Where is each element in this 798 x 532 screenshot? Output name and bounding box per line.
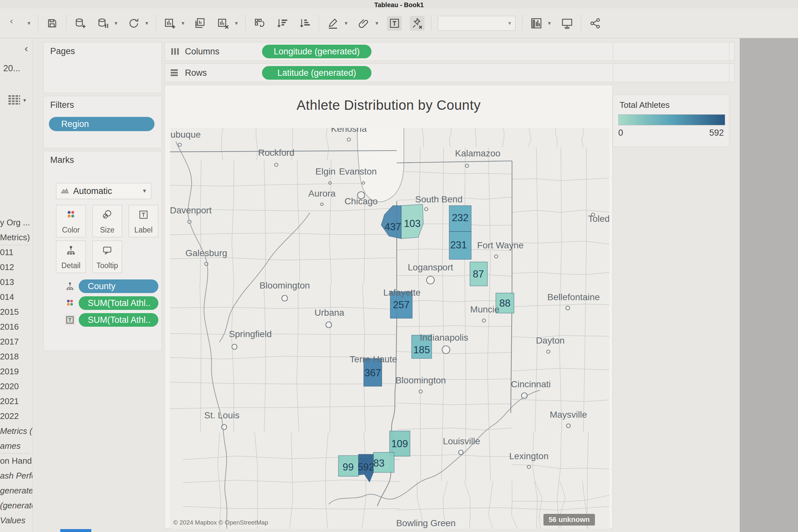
show-mark-labels-button[interactable]: [387, 16, 402, 31]
field-list-item[interactable]: y Org ...: [0, 217, 31, 228]
unknown-indicator[interactable]: 56 unknown: [544, 514, 595, 526]
county-value-label: 592: [358, 461, 374, 473]
desktop-background: [740, 38, 798, 532]
marks-pill-county[interactable]: County: [79, 280, 158, 293]
field-list-item[interactable]: ash Perform...: [0, 471, 31, 481]
new-worksheet-icon: [164, 17, 176, 30]
chevron-down-icon[interactable]: ▼: [26, 20, 32, 26]
county-value-label: 257: [393, 299, 410, 310]
city-marker: [188, 220, 191, 224]
field-list-item[interactable]: 014: [0, 292, 31, 302]
marks-pill-color-sum[interactable]: SUM(Total Athl..: [79, 296, 158, 310]
city-marker: [482, 319, 486, 322]
collapse-pane-button[interactable]: ‹: [20, 42, 32, 54]
legend-gradient-bar[interactable]: [618, 114, 725, 125]
group-members-icon: [358, 17, 370, 30]
field-list-item[interactable]: 2021: [0, 396, 31, 406]
field-list-item[interactable]: generated): [0, 486, 31, 496]
city-label: Springfield: [229, 329, 272, 339]
add-data-source-button[interactable]: [73, 16, 88, 31]
pages-shelf[interactable]: Pages: [43, 42, 162, 93]
field-list-item[interactable]: (generated): [0, 500, 31, 511]
field-list-item[interactable]: 2015: [0, 307, 31, 317]
color-button[interactable]: Color: [56, 205, 86, 238]
pause-data-button[interactable]: [96, 16, 111, 31]
city-label: Muncie: [470, 304, 499, 315]
detail-icon: [65, 245, 76, 256]
field-list-item[interactable]: 2016: [0, 322, 31, 332]
city-label: Lexington: [509, 451, 548, 461]
county-value-label: 103: [404, 218, 421, 229]
field-list-item[interactable]: Values: [0, 515, 31, 526]
city-marker: [347, 138, 350, 141]
clear-sheet-button[interactable]: [216, 16, 231, 31]
field-list-item[interactable]: 2017: [0, 337, 31, 347]
duplicate-sheet-button[interactable]: [193, 16, 208, 31]
save-icon: [46, 17, 58, 30]
filters-shelf[interactable]: Filters Region: [43, 96, 162, 148]
chevron-down-icon[interactable]: ▼: [234, 20, 239, 26]
chevron-down-icon[interactable]: ▼: [181, 20, 186, 26]
presentation-mode-button[interactable]: [559, 16, 574, 31]
undo-button[interactable]: [8, 16, 23, 31]
field-list-item[interactable]: 2020: [0, 381, 31, 392]
field-list-item[interactable]: 2019: [0, 366, 31, 377]
city-label: Louisville: [443, 436, 480, 446]
mark-type-value: Automatic: [73, 186, 112, 196]
share-button[interactable]: [588, 16, 603, 31]
field-list-item[interactable]: Metrics (Co...: [0, 426, 31, 436]
group-members-button[interactable]: [356, 16, 371, 31]
data-pane-partial-label: 20...: [3, 63, 20, 74]
chevron-down-icon[interactable]: ▼: [114, 20, 118, 26]
show-me-button[interactable]: [529, 16, 544, 31]
chevron-down-icon[interactable]: ▼: [344, 20, 348, 26]
window-title: Tableau - Book1: [0, 0, 798, 8]
refresh-data-button[interactable]: [126, 16, 141, 31]
size-button[interactable]: Size: [92, 205, 122, 238]
field-list-item[interactable]: 011: [0, 247, 31, 258]
marks-card: Marks Automatic ▼ Color Size Labe: [43, 151, 162, 351]
county-map[interactable]: Evansville437103232231872578818536710999…: [170, 128, 609, 529]
city-label: Cincinnati: [511, 379, 551, 389]
filter-pill-region[interactable]: Region: [49, 117, 154, 131]
sort-ascending-button[interactable]: [274, 16, 289, 31]
view-data-grid-icon[interactable]: [8, 95, 20, 105]
city-marker: [178, 143, 182, 146]
field-list-item[interactable]: on Hand: [0, 456, 31, 466]
county-value-label: 83: [374, 457, 384, 469]
swap-axes-button[interactable]: [252, 16, 267, 31]
marks-pill-label-sum[interactable]: SUM(Total Athl..: [79, 313, 158, 327]
city-marker: [442, 346, 450, 354]
new-worksheet-button[interactable]: [163, 16, 177, 31]
columns-pill-longitude[interactable]: Longitude (generated): [262, 45, 372, 58]
city-label: Bloomington: [260, 280, 310, 290]
chevron-down-icon[interactable]: ▼: [145, 20, 149, 26]
county-value-label: 367: [364, 367, 381, 379]
sort-descending-icon: [299, 17, 311, 30]
map-view[interactable]: Evansville437103232231872578818536710999…: [170, 128, 609, 529]
mark-type-dropdown[interactable]: Automatic ▼: [56, 183, 151, 199]
field-list-item[interactable]: 012: [0, 262, 31, 272]
fit-selector-dropdown[interactable]: ▼: [438, 16, 516, 31]
grid-caret-icon[interactable]: ▾: [23, 97, 26, 103]
save-button[interactable]: [45, 16, 60, 31]
city-marker: [362, 182, 365, 184]
tooltip-button[interactable]: Tooltip: [92, 241, 122, 273]
field-list-item[interactable]: 013: [0, 277, 31, 287]
field-list-item[interactable]: 2022: [0, 411, 31, 421]
field-list-item[interactable]: Metrics): [0, 232, 31, 243]
chevron-down-icon[interactable]: ▼: [374, 20, 379, 26]
chevron-down-icon[interactable]: ▼: [547, 20, 552, 26]
field-list-item[interactable]: 2018: [0, 352, 31, 362]
field-list-item[interactable]: ames: [0, 441, 31, 451]
highlight-pen-button[interactable]: [325, 16, 340, 31]
city-label: Elgin: [316, 167, 336, 176]
main-toolbar: ▼▼▼▼▼▼▼▼▼: [0, 8, 798, 38]
detail-button[interactable]: Detail: [56, 241, 86, 273]
label-button[interactable]: Label: [129, 205, 158, 238]
rows-pill-latitude[interactable]: Latitude (generated): [262, 66, 372, 80]
sort-descending-button[interactable]: [297, 16, 312, 31]
fix-axes-button[interactable]: [410, 16, 424, 31]
legend-empty-shelf-2: [613, 63, 729, 82]
filters-label: Filters: [50, 100, 74, 110]
